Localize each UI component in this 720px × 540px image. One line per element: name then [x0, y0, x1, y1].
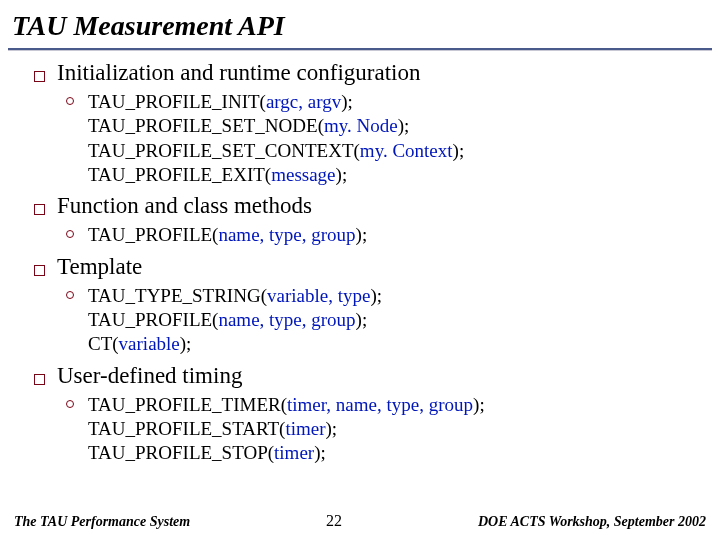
code-line: TAU_PROFILE(name, type, group);: [88, 224, 367, 245]
square-bullet-icon: [34, 265, 45, 276]
code-line: TAU_PROFILE_INIT(argc, argv);: [88, 91, 353, 112]
code-line: TAU_TYPE_STRING(variable, type);: [88, 285, 382, 306]
footer-right: DOE ACTS Workshop, September 2002: [478, 514, 706, 530]
section-heading-text: Template: [57, 254, 142, 280]
footer-left: The TAU Performance System: [14, 514, 190, 530]
section-heading-text: Function and class methods: [57, 193, 312, 219]
code-line: TAU_PROFILE_EXIT(message);: [88, 164, 347, 185]
section-function: Function and class methods TAU_PROFILE(n…: [34, 193, 700, 247]
section-init: Initialization and runtime configuration…: [34, 60, 700, 187]
divider: [8, 48, 712, 50]
section-heading-text: User-defined timing: [57, 363, 242, 389]
code-block: TAU_PROFILE_INIT(argc, argv); TAU_PROFIL…: [88, 90, 464, 187]
code-line: TAU_PROFILE_SET_CONTEXT(my. Context);: [88, 140, 464, 161]
section-heading: User-defined timing: [34, 363, 700, 389]
square-bullet-icon: [34, 374, 45, 385]
subitem: TAU_TYPE_STRING(variable, type); TAU_PRO…: [66, 284, 700, 357]
code-block: TAU_PROFILE(name, type, group);: [88, 223, 367, 247]
circle-bullet-icon: [66, 291, 74, 299]
square-bullet-icon: [34, 204, 45, 215]
code-line: CT(variable);: [88, 333, 191, 354]
code-line: TAU_PROFILE_SET_NODE(my. Node);: [88, 115, 409, 136]
code-block: TAU_PROFILE_TIMER(timer, name, type, gro…: [88, 393, 485, 466]
subitem: TAU_PROFILE_INIT(argc, argv); TAU_PROFIL…: [66, 90, 700, 187]
circle-bullet-icon: [66, 230, 74, 238]
code-line: TAU_PROFILE(name, type, group);: [88, 309, 367, 330]
code-block: TAU_TYPE_STRING(variable, type); TAU_PRO…: [88, 284, 382, 357]
section-template: Template TAU_TYPE_STRING(variable, type)…: [34, 254, 700, 357]
circle-bullet-icon: [66, 400, 74, 408]
code-line: TAU_PROFILE_START(timer);: [88, 418, 337, 439]
section-heading: Function and class methods: [34, 193, 700, 219]
slide-title: TAU Measurement API: [0, 0, 720, 48]
code-line: TAU_PROFILE_TIMER(timer, name, type, gro…: [88, 394, 485, 415]
subitem: TAU_PROFILE(name, type, group);: [66, 223, 700, 247]
section-heading: Initialization and runtime configuration: [34, 60, 700, 86]
circle-bullet-icon: [66, 97, 74, 105]
footer: The TAU Performance System 22 DOE ACTS W…: [0, 512, 720, 530]
subitem: TAU_PROFILE_TIMER(timer, name, type, gro…: [66, 393, 700, 466]
section-timing: User-defined timing TAU_PROFILE_TIMER(ti…: [34, 363, 700, 466]
page-number: 22: [326, 512, 342, 530]
section-heading-text: Initialization and runtime configuration: [57, 60, 420, 86]
code-line: TAU_PROFILE_STOP(timer);: [88, 442, 326, 463]
square-bullet-icon: [34, 71, 45, 82]
section-heading: Template: [34, 254, 700, 280]
content: Initialization and runtime configuration…: [0, 60, 720, 465]
